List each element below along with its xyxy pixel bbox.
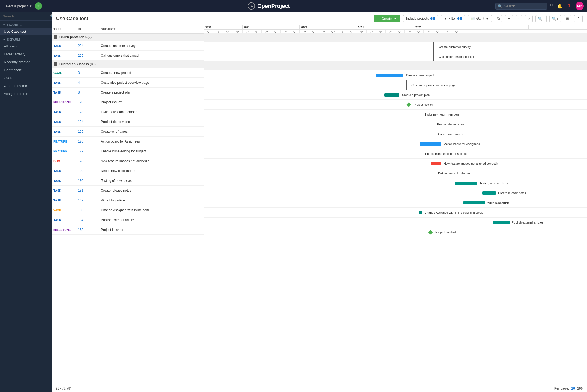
cell-id[interactable]: 129: [76, 167, 95, 174]
cell-id[interactable]: 131: [76, 187, 95, 194]
cell-id[interactable]: 124: [76, 118, 95, 125]
col-subject[interactable]: SUBJECT: [99, 25, 204, 33]
cell-subject[interactable]: Customize project overview page: [99, 79, 204, 86]
gantt-q: Q4: [338, 30, 347, 33]
fit-button[interactable]: ⊞: [564, 15, 571, 22]
sidebar-item-assigned-to-me[interactable]: Assigned to me: [0, 90, 52, 98]
gantt-milestone-line: [406, 80, 407, 90]
sidebar-item-created-by-me[interactable]: Created by me: [0, 82, 52, 90]
cell-subject[interactable]: Create a project plan: [99, 89, 204, 96]
gantt-label: Gantt: [476, 17, 484, 20]
cell-id[interactable]: 224: [76, 42, 95, 49]
help-icon[interactable]: ❓: [566, 4, 572, 9]
group-churn-prevention[interactable]: Churn prevention (2): [52, 34, 204, 41]
project-select[interactable]: Select a project ▼: [3, 4, 32, 8]
gantt-bar-label: Create wireframes: [438, 132, 463, 136]
cell-id[interactable]: 225: [76, 52, 95, 59]
zoom-out-button[interactable]: 🔍−: [535, 15, 547, 22]
zoom-in-button[interactable]: 🔍+: [549, 15, 561, 22]
sidebar-item-all-open[interactable]: All open: [0, 42, 52, 50]
cell-subject[interactable]: Create a new project: [99, 69, 204, 76]
gantt-q: Q3: [290, 30, 300, 33]
cell-subject[interactable]: Project kick-off: [99, 99, 204, 106]
col-type[interactable]: TYPE: [52, 25, 76, 33]
cell-id[interactable]: 123: [76, 108, 95, 116]
global-search-box[interactable]: 🔍: [495, 3, 547, 10]
cell-subject[interactable]: Call customers that cancel: [99, 52, 204, 59]
sidebar-section-default[interactable]: ▼ DEFAULT: [0, 35, 52, 42]
global-search-input[interactable]: [504, 4, 545, 8]
cell-subject[interactable]: Invite new team members: [99, 108, 204, 116]
info-button[interactable]: ℹ: [516, 15, 522, 22]
copy-button[interactable]: ⧉: [495, 15, 502, 22]
sidebar-section-favorite[interactable]: ▼ FAVORITE: [0, 21, 52, 28]
cell-type: TASK: [52, 197, 76, 204]
create-label: Create: [382, 17, 392, 21]
gantt-button[interactable]: 📊 Gantt ▼: [468, 15, 492, 22]
apps-icon[interactable]: ⠿: [550, 4, 553, 9]
avatar[interactable]: MB: [576, 2, 584, 10]
cell-subject[interactable]: Define new color theme: [99, 167, 204, 174]
copy-arrow-button[interactable]: ▼: [505, 15, 513, 22]
cell-subject[interactable]: New feature images not aligned c...: [99, 158, 204, 165]
cell-id[interactable]: 130: [76, 177, 95, 184]
cell-id[interactable]: 3: [76, 69, 95, 76]
table-row: TASK 8 Create a project plan: [52, 88, 204, 97]
cell-subject[interactable]: Create release notes: [99, 187, 204, 194]
top-nav: Select a project ▼ + OpenProject 🔍 ⠿ 🔔 ❓…: [0, 0, 587, 12]
cell-subject[interactable]: Project finished: [99, 226, 204, 233]
gantt-q: Q2: [243, 30, 252, 33]
cell-id[interactable]: 153: [76, 226, 95, 233]
col-id[interactable]: ID ↑: [76, 25, 95, 33]
fullscreen-button[interactable]: ⤢: [525, 15, 533, 22]
cell-id[interactable]: 8: [76, 89, 95, 96]
cell-subject[interactable]: Publish external articles: [99, 216, 204, 224]
sidebar-item-gantt-chart[interactable]: Gantt chart: [0, 66, 52, 74]
include-projects-button[interactable]: Include projects 3: [403, 15, 438, 22]
sidebar-item-use-case-test[interactable]: Use Case test: [0, 28, 52, 35]
cell-subject[interactable]: Create wireframes: [99, 128, 204, 135]
group-customer-success[interactable]: Customer Success (30): [52, 61, 204, 68]
create-button[interactable]: + Create ▼: [374, 15, 400, 22]
cell-id[interactable]: 127: [76, 148, 95, 155]
sidebar-search-box[interactable]: 🔍: [0, 12, 52, 21]
per-page-100[interactable]: 100: [577, 387, 583, 390]
sidebar-search-input[interactable]: [3, 14, 49, 18]
cell-id[interactable]: 126: [76, 138, 95, 145]
sidebar-item-recently-created[interactable]: Recently created: [0, 58, 52, 66]
cell-type: FEATURE: [52, 148, 76, 155]
gantt-bar-label: Change Assignee with inline editing in c…: [425, 211, 483, 214]
cell-type: TASK: [52, 177, 76, 184]
col-indent: [95, 25, 99, 33]
new-project-button[interactable]: +: [35, 2, 42, 10]
cell-subject[interactable]: Product demo video: [99, 118, 204, 125]
more-button[interactable]: ⋮: [574, 15, 583, 22]
sidebar-item-latest-activity[interactable]: Latest activity: [0, 50, 52, 58]
gantt-q: Q3: [443, 30, 452, 33]
cell-id[interactable]: 133: [76, 207, 95, 214]
cell-subject[interactable]: Create customer survey: [99, 42, 204, 49]
gantt-row: Publish external articles: [204, 218, 587, 227]
cell-subject[interactable]: Testing of new release: [99, 177, 204, 184]
cell-type: TASK: [52, 119, 76, 125]
cell-id[interactable]: 134: [76, 216, 95, 224]
bell-icon[interactable]: 🔔: [557, 4, 562, 9]
gantt-row: Create wireframes: [204, 129, 587, 139]
cell-subject[interactable]: Change Assignee with inline editi...: [99, 207, 204, 214]
cell-subject[interactable]: Enable inline editing for subject: [99, 148, 204, 155]
cell-subject[interactable]: Action board for Assignees: [99, 138, 204, 145]
per-page-20[interactable]: 20: [571, 387, 575, 390]
cell-id[interactable]: 132: [76, 197, 95, 204]
cell-id[interactable]: 128: [76, 158, 95, 165]
sidebar-item-overdue[interactable]: Overdue: [0, 74, 52, 82]
gantt-bar-label: Publish external articles: [512, 221, 543, 224]
filter-button[interactable]: ▼ Filter 1: [441, 15, 465, 22]
cell-subject[interactable]: Write blog article: [99, 197, 204, 204]
gantt-milestone-line: [433, 129, 433, 139]
cell-id[interactable]: 125: [76, 128, 95, 135]
gantt-bar: [419, 211, 422, 214]
gantt-chart[interactable]: 2020 2021 2022 2023 2024 Q2 Q3 Q4 Q1 Q2 …: [204, 25, 587, 385]
gantt-q: Q1: [424, 30, 433, 33]
cell-id[interactable]: 120: [76, 99, 95, 106]
cell-id[interactable]: 4: [76, 79, 95, 86]
